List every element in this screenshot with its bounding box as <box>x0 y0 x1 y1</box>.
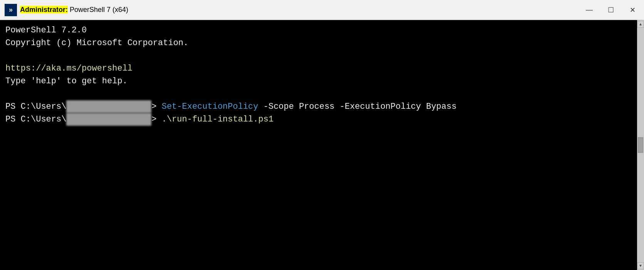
minimize-button[interactable]: — <box>582 3 596 17</box>
maximize-button[interactable]: ☐ <box>604 3 618 17</box>
title-text: Administrator: PowerShell 7 (x64) <box>20 6 128 14</box>
prompt1-suffix: > <box>151 100 161 113</box>
terminal-line-2: Copyright (c) Microsoft Corporation. <box>5 37 632 49</box>
powershell-icon: » <box>5 4 17 16</box>
terminal-blank-2 <box>5 88 632 100</box>
terminal-line-1: PowerShell 7.2.0 <box>5 24 632 37</box>
scroll-down-button[interactable]: ▼ <box>637 262 644 269</box>
terminal-area[interactable]: PowerShell 7.2.0 Copyright (c) Microsoft… <box>0 20 637 270</box>
title-bar-controls: — ☐ ✕ <box>582 3 639 17</box>
cmd1-keyword: Set-ExecutionPolicy <box>162 100 258 113</box>
scroll-up-icon: ▲ <box>639 22 642 27</box>
terminal-cmd-line-1: PS C:\Users\██████████████> Set-Executio… <box>5 100 632 113</box>
terminal-cmd-line-2: PS C:\Users\██████████████> .\run-full-i… <box>5 113 632 126</box>
terminal-blank-1 <box>5 49 632 62</box>
prompt2-suffix: > <box>151 113 161 126</box>
scroll-down-icon: ▼ <box>639 264 642 268</box>
cmd1-rest: -Scope Process -ExecutionPolicy Bypass <box>258 100 457 113</box>
prompt1-prefix: PS C:\Users\ <box>5 100 66 113</box>
prompt2-prefix: PS C:\Users\ <box>5 113 66 126</box>
terminal-line-5: Type 'help' to get help. <box>5 75 632 88</box>
prompt1-username: ██████████████ <box>66 100 151 113</box>
scrollbar[interactable]: ▲ ▼ <box>637 20 644 270</box>
cmd2-command: .\run-full-install.ps1 <box>162 113 273 126</box>
close-button[interactable]: ✕ <box>626 3 639 17</box>
title-bar-left: » Administrator: PowerShell 7 (x64) <box>5 4 128 16</box>
title-administrator-label: Administrator: <box>20 6 68 14</box>
prompt2-username: ██████████████ <box>66 113 151 126</box>
scroll-up-button[interactable]: ▲ <box>637 21 644 28</box>
title-app-name: PowerShell 7 (x64) <box>68 6 128 14</box>
title-bar: » Administrator: PowerShell 7 (x64) — ☐ … <box>0 0 644 20</box>
terminal-line-4: https://aka.ms/powershell <box>5 62 632 75</box>
terminal-wrapper: PowerShell 7.2.0 Copyright (c) Microsoft… <box>0 20 644 270</box>
scroll-thumb[interactable] <box>638 137 643 153</box>
